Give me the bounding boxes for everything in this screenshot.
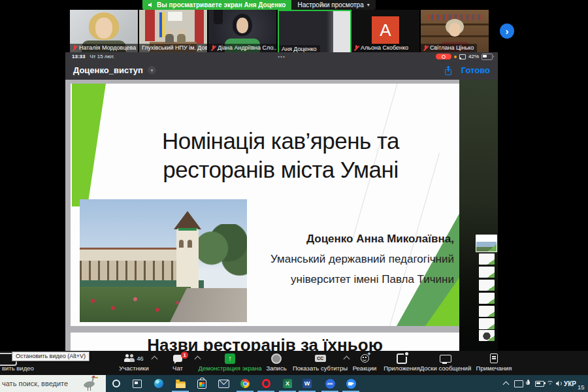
tray-tablet-mode-icon[interactable] [514,375,523,392]
slide-green-wedge [72,84,106,206]
view-options-button[interactable]: Настройки просмотра ▾ [291,0,375,10]
chrome-icon [240,379,250,388]
chevron-up-icon [503,382,510,388]
notes-icon [490,353,498,363]
video-tile-diana[interactable]: Діана Андріївна Сло... [208,10,276,52]
viewing-indicator: Вы просматриваете экран Аня Доценко [142,0,291,10]
share-icon [445,66,452,75]
next-participants-button[interactable]: › [500,24,514,39]
recording-indicator-pill [436,54,451,59]
edge-button[interactable] [152,378,166,389]
record-icon [271,353,282,364]
notes-button[interactable]: Примечания [465,353,523,372]
task-view-icon [133,380,142,388]
tray-microphone-icon[interactable] [525,375,531,392]
store-icon [197,380,206,389]
stop-video-tooltip: Остановить видео (Alt+V) [12,351,90,361]
chrome-button[interactable] [238,378,252,389]
viewing-text: Вы просматриваете экран Аня Доценко [157,1,286,8]
video-tile-natalia[interactable]: Наталія Мордовцева [70,10,138,52]
participant-name-label: Наталія Мордовцева [70,44,138,52]
more-dots: ••• [65,54,498,59]
taskbar-clock-partial[interactable]: 15 [578,384,585,391]
windows-taskbar: чать поиск, введите X W zm УКР 15 [0,375,588,392]
folder-icon [176,382,186,388]
search-box-bird-illustration [73,376,103,391]
share-screen-icon: ↑ [225,353,235,364]
current-slide: Номінація кав’ярень та ресторанів міста … [71,84,459,326]
excel-button[interactable]: X [280,378,295,389]
presentation-area: Номінація кав’ярень та ресторанів міста … [65,80,498,351]
ukraine-flag [159,12,165,37]
battery-percent: 42% [468,54,479,59]
mic-muted-icon [73,45,77,51]
zoom-app-icon [346,379,356,389]
screen-share-banner: Вы просматриваете экран Аня Доценко Наст… [142,0,376,10]
participant-name-label: Діана Андріївна Сло... [208,44,276,52]
file-explorer-button[interactable] [173,378,188,389]
mic-muted-icon [211,45,216,51]
slide-thumbnail [479,293,495,304]
chevron-down-icon: ▾ [148,66,156,74]
next-slide-preview: Назви ресторанів за їхньою [71,333,459,351]
word-button[interactable]: W [300,378,314,389]
chat-unread-badge: 1 [181,351,188,359]
slide-author-block: Доценко Анна Миколаївна, Уманський держа… [270,229,454,289]
tray-network-icon[interactable] [546,375,554,392]
tray-show-hidden-icons[interactable] [504,375,508,392]
slide-thumbnail [479,318,495,329]
participant-name-label: Світлана Цінько [421,44,477,52]
tray-battery-icon[interactable] [535,375,544,392]
chevron-down-icon: ▾ [367,2,370,8]
opera-icon [262,379,270,388]
word-icon: W [302,379,312,388]
avatar: А [372,16,399,44]
video-tile-anya-active-speaker[interactable]: Аня Доценко [278,10,351,55]
store-button[interactable] [195,378,209,389]
slide-thumbnail [479,253,495,265]
video-tile-svitlana[interactable]: Світлана Цінько [421,10,489,52]
battery-icon [482,54,493,60]
tray-language-indicator[interactable]: УКР [564,375,576,392]
slide-thumbnail-selected [476,235,497,252]
mail-button[interactable] [216,378,231,389]
apps-icon [397,353,407,364]
video-tile-hlukhiv[interactable]: Глухівський НПУ ім. Дов... [139,10,207,52]
mic-muted-icon [423,45,428,51]
zoom-app-button[interactable] [344,378,358,389]
slide-thumbnail [479,330,495,341]
excel-icon: X [283,379,292,388]
video-tile-alona[interactable]: А Альона Скобенко [351,10,419,52]
zoom-toolbar: вить видео Остановить видео (Alt+V) 46 У… [0,351,588,375]
tray-volume-icon[interactable] [556,375,561,392]
opera-button[interactable] [259,378,273,389]
phone-status-bar: 13:33 Чт 15 лют. ••• 42% [65,52,498,61]
document-header: Доценко_виступ ▾ Готово [65,61,498,80]
screen-mirroring-icon [459,54,466,59]
document-title: Доценко_виступ [73,65,143,75]
edge-icon [154,379,163,388]
task-view-button[interactable] [130,378,144,389]
restaurant-photo [80,199,247,322]
cortana-button[interactable] [109,378,123,389]
slide-thumbnail [479,267,495,278]
mail-icon [218,380,229,388]
stop-video-label-partial[interactable]: вить видео [2,365,34,372]
slide-thumbnail [479,280,495,291]
cortana-icon [112,380,120,387]
zoom-meeting-icon: zm [325,379,335,389]
mic-muted-icon [354,45,359,51]
slide-thumbnail [479,306,495,317]
slide-title: Номінація кав’ярень та ресторанів міста … [105,127,457,185]
speaker-icon [148,3,154,8]
slide-thumbnails-strip [459,80,498,351]
participant-name-label: Альона Скобенко [351,44,412,52]
zoom-meeting-window: Вы просматриваете экран Аня Доценко Наст… [0,0,588,392]
orange-dot-indicator [454,56,457,58]
zoom-meeting-button[interactable]: zm [323,378,337,389]
shared-screen: 13:33 Чт 15 лют. ••• 42% Доценко_виступ … [65,52,498,351]
whiteboard-icon [440,355,451,363]
cc-icon: CC [315,355,326,362]
participants-count: 46 [137,355,143,362]
participant-name-label: Глухівський НПУ ім. Дов... [139,44,207,52]
